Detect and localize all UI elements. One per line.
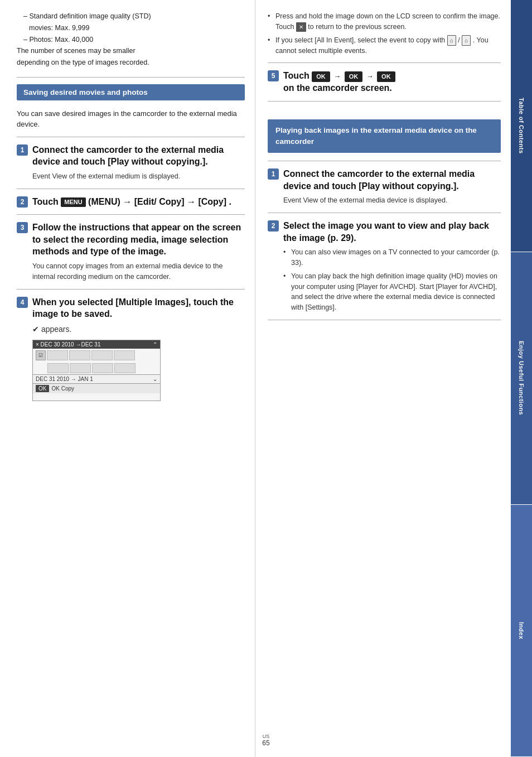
main-content: – Standard definition image quality (STD… — [0, 0, 511, 757]
section1-header: Saving desired movies and photos — [17, 84, 245, 100]
divider-r1 — [268, 62, 501, 63]
intro-line-3: – Photos: Max. 40,000 — [17, 35, 245, 45]
step-3-body: You cannot copy images from an external … — [32, 261, 245, 282]
step-4-body: ✔ appears. — [32, 324, 245, 335]
page-num: 65 — [262, 739, 269, 747]
step-2-number: 2 — [17, 196, 28, 208]
right-step-1-title: Connect the camcorder to the external me… — [283, 168, 501, 192]
sidebar-tab-toc[interactable]: Table of Contents — [511, 0, 532, 252]
section2-title: Playing back images in the external medi… — [275, 126, 477, 146]
divider-4 — [17, 214, 245, 215]
step-2-touch-label: Touch — [32, 197, 59, 206]
intro-line-4: The number of scenes may be smaller — [17, 46, 245, 56]
intro-section: – Standard definition image quality (STD… — [17, 11, 245, 68]
divider-r3 — [268, 161, 501, 161]
img-top-bar: × DEC 30 2010 →DEC 31 ⌃ — [33, 340, 160, 349]
divider-r4 — [268, 213, 501, 213]
step-4: 4 When you selected [Multiple Images], t… — [17, 296, 245, 401]
step-1-header: 1 Connect the camcorder to the external … — [17, 144, 245, 168]
step-3-header: 3 Follow the instructions that appear on… — [17, 221, 245, 258]
section1-title: Saving desired movies and photos — [23, 88, 148, 97]
step-5-title: Touch OK → OK → OK on the camcorder scre… — [283, 70, 395, 94]
us-label: US — [262, 734, 269, 739]
event-icon-1: ⌂ — [447, 35, 456, 46]
divider-r5 — [268, 320, 501, 320]
sidebar-tab-index-label: Index — [518, 622, 525, 639]
sidebar-tab-toc-label: Table of Contents — [518, 98, 525, 154]
sidebar: Table of Contents Enjoy Useful Functions… — [511, 0, 532, 757]
top-bullets: Press and hold the image down on the LCD… — [268, 11, 501, 56]
img-copy-label: OK Copy — [51, 385, 74, 392]
img-top-right: ⌃ — [153, 341, 157, 348]
divider-1 — [17, 77, 245, 78]
right-step-2-bullets: You can also view images on a TV connect… — [283, 247, 501, 313]
bullet-1b-text: to return to the previous screen. — [308, 23, 406, 31]
step-4-number: 4 — [17, 297, 28, 308]
step-1: 1 Connect the camcorder to the external … — [17, 144, 245, 182]
step-2-mid: (MENU) → [Edit/ Copy] → [Copy] . — [88, 197, 231, 206]
img-bottom-bar: DEC 31 2010 → JAN 1 ⌄ — [33, 374, 160, 383]
intro-line-1: – Standard definition image quality (STD… — [17, 11, 245, 22]
divider-3 — [17, 189, 245, 189]
step-5-arrow1: → — [333, 71, 341, 81]
step-5-header: 5 Touch OK → OK → OK on the camcorder sc… — [268, 70, 501, 94]
right-step-1-header: 1 Connect the camcorder to the external … — [268, 168, 501, 192]
divider-5 — [17, 289, 245, 290]
right-step-2-number: 2 — [268, 220, 279, 232]
step-1-number: 1 — [17, 144, 28, 156]
step-5-number: 5 — [268, 70, 279, 81]
step-5-arrow2: → — [366, 71, 374, 81]
img-ok-button[interactable]: OK — [36, 385, 49, 392]
step-5-ok1: OK — [312, 71, 330, 82]
right-step-2-header: 2 Select the image you want to view and … — [268, 220, 501, 244]
sidebar-tab-index[interactable]: Index — [511, 505, 532, 757]
divider-r2 — [268, 101, 501, 102]
step-1-body: Event View of the external medium is dis… — [32, 171, 245, 182]
step-5-ok3: OK — [377, 71, 395, 82]
x-icon: ✕ — [296, 22, 306, 32]
bullet-1: Press and hold the image down on the LCD… — [268, 11, 501, 32]
bullet-2: If you select [All In Event], select the… — [268, 35, 501, 56]
step-3-number: 3 — [17, 222, 28, 233]
sidebar-tab-functions-label: Enjoy Useful Functions — [518, 341, 525, 415]
right-step-1-number: 1 — [268, 168, 279, 180]
sidebar-tab-functions[interactable]: Enjoy Useful Functions — [511, 252, 532, 504]
section2-header: Playing back images in the external medi… — [268, 119, 501, 153]
right-column: Press and hold the image down on the LCD… — [255, 0, 511, 757]
right-bullet-2: You can play back the high definition im… — [283, 271, 501, 313]
img-bottom-left: DEC 31 2010 → JAN 1 — [36, 376, 93, 382]
step-5: 5 Touch OK → OK → OK on the camcorder sc… — [268, 70, 501, 94]
right-step-2-body: You can also view images on a TV connect… — [283, 247, 501, 313]
right-step-2-title: Select the image you want to view and pl… — [283, 220, 501, 244]
right-step-2: 2 Select the image you want to view and … — [268, 220, 501, 313]
step-5-ok2: OK — [345, 71, 363, 82]
step-4-header: 4 When you selected [Multiple Images], t… — [17, 296, 245, 320]
step-2-title: Touch MENU (MENU) → [Edit/ Copy] → [Copy… — [32, 196, 231, 208]
menu-button: MENU — [61, 197, 85, 207]
intro-line-2: movies: Max. 9,999 — [17, 23, 245, 33]
checkmark-icon: ✔ appears. — [32, 325, 71, 334]
step-5-touch: Touch — [283, 71, 309, 80]
event-icon-2: ⌂ — [462, 35, 471, 46]
left-column: – Standard definition image quality (STD… — [0, 0, 255, 757]
divider-2 — [17, 137, 245, 137]
page-number: US 65 — [262, 734, 269, 747]
bullet-2-text: If you select [All In Event], select the… — [275, 36, 445, 44]
step-4-image: × DEC 30 2010 →DEC 31 ⌃ ☑ DE — [32, 340, 161, 401]
right-step-1: 1 Connect the camcorder to the external … — [268, 168, 501, 206]
step-1-title: Connect the camcorder to the external me… — [32, 144, 245, 168]
step-4-title: When you selected [Multiple Images], tou… — [32, 296, 245, 320]
step-3: 3 Follow the instructions that appear on… — [17, 221, 245, 282]
step-2-header: 2 Touch MENU (MENU) → [Edit/ Copy] → [Co… — [17, 196, 245, 208]
right-bullet-1: You can also view images on a TV connect… — [283, 247, 501, 268]
section1-intro: You can save desired images in the camco… — [17, 108, 245, 130]
step-2: 2 Touch MENU (MENU) → [Edit/ Copy] → [Co… — [17, 196, 245, 208]
step-3-title: Follow the instructions that appear on t… — [32, 221, 245, 258]
intro-line-5: depending on the type of images recorded… — [17, 57, 245, 68]
step-5-suffix: on the camcorder screen. — [283, 83, 392, 93]
img-top-left: × DEC 30 2010 →DEC 31 — [36, 341, 100, 348]
right-step-1-body: Event View of the external media device … — [283, 195, 501, 206]
img-bottom-right: ⌄ — [153, 376, 157, 382]
